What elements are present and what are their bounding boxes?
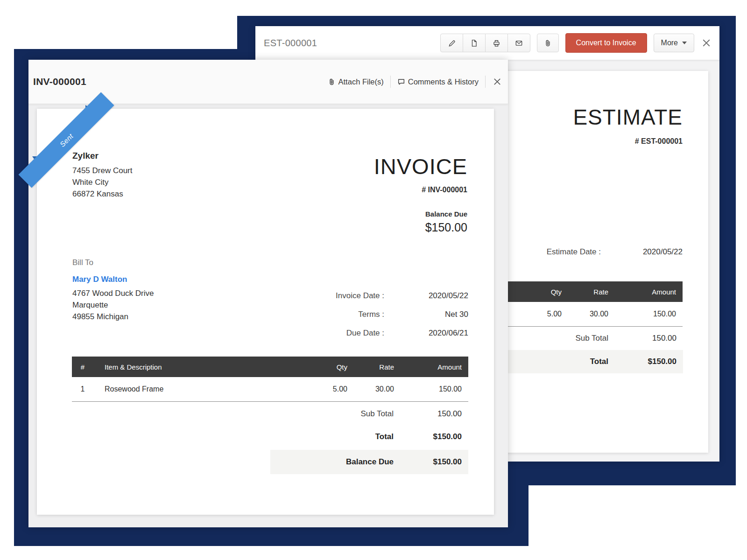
attach-files-button[interactable]: Attach File(s) — [328, 77, 384, 86]
comments-history-label: Comments & History — [408, 77, 479, 86]
estimate-date-label: Estimate Date : — [496, 247, 601, 257]
paperclip-icon — [544, 39, 552, 47]
edit-pencil-icon — [448, 39, 456, 47]
column-rate: Rate — [354, 363, 401, 371]
subtotal-label: Sub Total — [270, 409, 394, 419]
column-qty: Qty — [303, 363, 354, 371]
invoice-date-row: Invoice Date : 2020/05/22 — [300, 287, 468, 305]
due-date-label: Due Date : — [300, 329, 384, 338]
balance-due-value: $150.00 — [394, 457, 462, 467]
more-label: More — [661, 39, 678, 47]
subtotal-value: 150.00 — [608, 334, 677, 343]
status-badge: Sent — [58, 132, 74, 148]
comments-history-button[interactable]: Comments & History — [397, 77, 479, 86]
invoice-date-value: 2020/05/22 — [384, 291, 468, 301]
item-amount: 150.00 — [615, 310, 683, 318]
terms-row: Terms : Net 30 — [300, 305, 468, 324]
balance-due-label: Balance Due — [374, 210, 467, 218]
customer-address-line: 4767 Wood Duck Drive — [72, 287, 154, 299]
attach-button[interactable] — [537, 34, 559, 52]
balance-due-value: $150.00 — [374, 221, 467, 234]
estimate-title: EST-000001 — [264, 38, 317, 49]
balance-due-label: Balance Due — [270, 457, 394, 467]
column-qty: Qty — [517, 288, 568, 296]
item-rate: 30.00 — [568, 310, 615, 318]
email-button[interactable] — [507, 34, 530, 52]
printer-icon — [493, 39, 500, 47]
estimate-doc-number: # EST-000001 — [573, 137, 683, 146]
subtotal-value: 150.00 — [394, 409, 462, 419]
company-name: Zylker — [72, 151, 133, 161]
estimate-date-value: 2020/05/22 — [601, 247, 683, 257]
pdf-button[interactable] — [463, 34, 486, 52]
invoice-doc-heading: INVOICE — [374, 154, 467, 179]
item-number: 1 — [72, 385, 93, 393]
invoice-balance-due-row: Balance Due $150.00 — [270, 450, 468, 474]
item-rate: 30.00 — [354, 385, 401, 393]
total-value: $150.00 — [608, 357, 677, 366]
page: EST-000001 — [0, 0, 747, 560]
envelope-icon — [515, 39, 523, 47]
invoice-doc-number: # INV-000001 — [374, 186, 467, 194]
invoice-item-row: 1 Rosewood Frame 5.00 30.00 150.00 — [72, 377, 468, 402]
estimate-heading-block: ESTIMATE # EST-000001 — [573, 105, 683, 146]
estimate-date-row: Estimate Date : 2020/05/22 — [496, 247, 683, 257]
invoice-close-button[interactable] — [492, 77, 502, 87]
estimate-toolbar-button-group — [440, 34, 530, 52]
customer-address-line: Marquette — [72, 299, 154, 311]
terms-label: Terms : — [300, 310, 384, 319]
invoice-title: INV-000001 — [33, 76, 86, 87]
invoice-date-label: Invoice Date : — [300, 291, 384, 301]
invoice-header-actions: Attach File(s) Comments & History — [328, 60, 502, 104]
customer-link[interactable]: Mary D Walton — [72, 275, 154, 284]
invoice-items-table: # Item & Description Qty Rate Amount 1 R… — [72, 357, 468, 402]
total-label: Total — [270, 432, 394, 441]
close-icon — [701, 37, 712, 49]
caret-down-icon — [682, 42, 687, 44]
company-address-line: White City — [72, 176, 133, 188]
estimate-subtotal-row: Sub Total 150.00 — [485, 327, 683, 350]
column-rate: Rate — [568, 288, 615, 296]
bill-to-label: Bill To — [72, 258, 154, 267]
column-amount: Amount — [615, 288, 683, 296]
paperclip-icon — [328, 78, 336, 86]
invoice-document: Sent Zylker 7455 Drew Court White City 6… — [37, 109, 494, 515]
close-icon — [492, 77, 502, 87]
customer-address-line: 49855 Michigan — [72, 311, 154, 322]
edit-button[interactable] — [440, 34, 463, 52]
bill-to-block: Bill To Mary D Walton 4767 Wood Duck Dri… — [72, 258, 154, 322]
column-amount: Amount — [401, 363, 468, 371]
invoice-total-row: Total $150.00 — [270, 426, 468, 448]
attach-files-label: Attach File(s) — [338, 77, 384, 86]
invoice-subtotal-row: Sub Total 150.00 — [270, 402, 468, 426]
column-description: Item & Description — [93, 363, 303, 371]
item-amount: 150.00 — [401, 385, 468, 393]
item-qty: 5.00 — [303, 385, 354, 393]
item-qty: 5.00 — [517, 310, 568, 318]
total-value: $150.00 — [394, 432, 462, 441]
invoice-totals: Sub Total 150.00 Total $150.00 Balance D… — [270, 402, 468, 474]
company-address-line: 66872 Kansas — [72, 188, 133, 200]
terms-value: Net 30 — [384, 310, 468, 319]
company-address-block: Zylker 7455 Drew Court White City 66872 … — [72, 151, 133, 200]
column-hash: # — [72, 363, 93, 371]
company-address-line: 7455 Drew Court — [72, 165, 133, 176]
estimate-toolbar: Convert to Invoice More — [440, 34, 712, 52]
due-date-value: 2020/06/21 — [384, 329, 468, 338]
estimate-total-row: Total $150.00 — [485, 350, 683, 373]
convert-to-invoice-button[interactable]: Convert to Invoice — [565, 33, 647, 53]
invoice-table-header: # Item & Description Qty Rate Amount — [72, 357, 468, 377]
item-description: Rosewood Frame — [93, 385, 303, 393]
print-button[interactable] — [485, 34, 508, 52]
divider — [390, 76, 391, 88]
divider — [485, 76, 486, 88]
comment-bubble-icon — [397, 78, 405, 86]
invoice-heading-block: INVOICE # INV-000001 Balance Due $150.00 — [374, 154, 467, 234]
estimate-doc-heading: ESTIMATE — [573, 105, 683, 130]
convert-to-invoice-label: Convert to Invoice — [576, 39, 636, 47]
estimate-totals: Sub Total 150.00 Total $150.00 — [485, 327, 683, 373]
pdf-file-icon — [470, 39, 478, 47]
estimate-close-button[interactable] — [701, 37, 712, 49]
more-button[interactable]: More — [654, 34, 694, 52]
invoice-meta-block: Invoice Date : 2020/05/22 Terms : Net 30… — [300, 287, 468, 343]
